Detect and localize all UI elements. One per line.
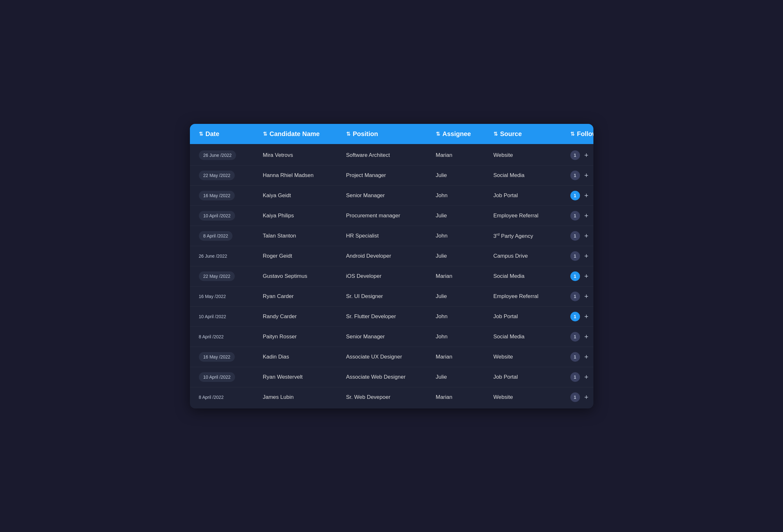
- followup-count-badge: 1: [570, 211, 580, 221]
- cell-candidate-name: Gustavo Septimus: [263, 273, 346, 279]
- cell-date: 22 May /2022: [199, 171, 263, 180]
- table-row: 16 May /2022Kaiya GeidtSenior ManagerJoh…: [190, 186, 593, 206]
- followup-add-button[interactable]: +: [585, 273, 589, 280]
- cell-position: Sr. UI Designer: [346, 293, 436, 300]
- cell-assignee: Julie: [436, 212, 494, 219]
- cell-candidate-name: Kaiya Philips: [263, 212, 346, 219]
- date-plain: 8 April /2022: [199, 395, 224, 400]
- cell-position: Procurement manager: [346, 212, 436, 219]
- cell-followup: 1+: [570, 332, 593, 341]
- followup-add-button[interactable]: +: [585, 333, 589, 340]
- date-badge: 16 May /2022: [199, 191, 235, 200]
- cell-candidate-name: Ryan Westervelt: [263, 374, 346, 380]
- followup-add-button[interactable]: +: [585, 313, 589, 320]
- cell-followup: 1+: [570, 211, 593, 221]
- date-plain: 26 June /2022: [199, 254, 227, 259]
- cell-position: Software Architect: [346, 152, 436, 159]
- cell-position: Sr. Flutter Developer: [346, 313, 436, 320]
- table-row: 8 April /2022Talan StantonHR SpecialistJ…: [190, 226, 593, 246]
- date-badge: 22 May /2022: [199, 271, 235, 281]
- table-row: 16 May /2022Kadin DiasAssociate UX Desig…: [190, 347, 593, 367]
- cell-date: 8 April /2022: [199, 231, 263, 241]
- cell-position: HR Specialist: [346, 233, 436, 239]
- cell-candidate-name: Ryan Carder: [263, 293, 346, 300]
- cell-candidate-name: Paityn Rosser: [263, 334, 346, 340]
- table-row: 10 April /2022Ryan WesterveltAssociate W…: [190, 367, 593, 387]
- followup-add-button[interactable]: +: [585, 394, 589, 401]
- cell-assignee: John: [436, 334, 494, 340]
- date-badge: 26 June /2022: [199, 151, 236, 160]
- cell-assignee: Julie: [436, 253, 494, 259]
- cell-source: Employee Referral: [494, 293, 570, 300]
- sort-icon-followup: [570, 131, 574, 137]
- date-plain: 16 May /2022: [199, 294, 226, 299]
- sort-icon-source: [494, 131, 498, 137]
- cell-date: 10 April /2022: [199, 372, 263, 382]
- cell-candidate-name: Talan Stanton: [263, 233, 346, 239]
- cell-date: 16 May /2022: [199, 293, 263, 300]
- header-date[interactable]: Date: [199, 130, 263, 138]
- cell-source: Website: [494, 354, 570, 360]
- followup-count-badge: 1: [570, 393, 580, 402]
- cell-source: Employee Referral: [494, 212, 570, 219]
- header-source[interactable]: Source: [494, 130, 570, 138]
- cell-followup: 1+: [570, 292, 593, 301]
- cell-date: 8 April /2022: [199, 334, 263, 340]
- cell-position: iOS Developer: [346, 273, 436, 279]
- cell-date: 10 April /2022: [199, 313, 263, 320]
- followup-count-badge: 1: [570, 231, 580, 241]
- cell-assignee: Marian: [436, 152, 494, 159]
- cell-assignee: Marian: [436, 394, 494, 400]
- table-row: 26 June /2022Roger GeidtAndroid Develope…: [190, 246, 593, 266]
- cell-assignee: John: [436, 313, 494, 320]
- cell-source: Website: [494, 152, 570, 159]
- cell-date: 8 April /2022: [199, 394, 263, 400]
- followup-add-button[interactable]: +: [585, 232, 589, 239]
- followup-add-button[interactable]: +: [585, 293, 589, 300]
- cell-followup: 1+: [570, 171, 593, 180]
- cell-assignee: Julie: [436, 172, 494, 178]
- table-row: 26 June /2022Mira VetrovsSoftware Archit…: [190, 145, 593, 165]
- cell-followup: 1+: [570, 352, 593, 362]
- cell-date: 26 June /2022: [199, 253, 263, 259]
- header-followup[interactable]: Follow up: [570, 130, 593, 138]
- cell-position: Sr. Web Devepoer: [346, 394, 436, 400]
- cell-followup: 1+: [570, 372, 593, 382]
- cell-source: Social Media: [494, 334, 570, 340]
- date-badge: 8 April /2022: [199, 231, 233, 241]
- header-candidate-name[interactable]: Candidate Name: [263, 130, 346, 138]
- cell-assignee: Julie: [436, 293, 494, 300]
- cell-candidate-name: Kadin Dias: [263, 354, 346, 360]
- followup-add-button[interactable]: +: [585, 354, 589, 360]
- cell-position: Senior Manager: [346, 334, 436, 340]
- cell-assignee: Julie: [436, 374, 494, 380]
- followup-add-button[interactable]: +: [585, 172, 589, 179]
- table-row: 8 April /2022Paityn RosserSenior Manager…: [190, 327, 593, 347]
- date-badge: 22 May /2022: [199, 171, 235, 180]
- followup-add-button[interactable]: +: [585, 253, 589, 260]
- cell-source: Job Portal: [494, 313, 570, 320]
- cell-date: 10 April /2022: [199, 211, 263, 221]
- header-assignee[interactable]: Assignee: [436, 130, 494, 138]
- cell-position: Associate Web Designer: [346, 374, 436, 380]
- followup-add-button[interactable]: +: [585, 152, 589, 159]
- date-plain: 10 April /2022: [199, 314, 226, 319]
- table-body: 26 June /2022Mira VetrovsSoftware Archit…: [190, 144, 593, 408]
- cell-date: 16 May /2022: [199, 191, 263, 200]
- header-position[interactable]: Position: [346, 130, 436, 138]
- cell-candidate-name: James Lubin: [263, 394, 346, 400]
- followup-count-badge: 1: [570, 191, 580, 200]
- table-row: 10 April /2022Randy CarderSr. Flutter De…: [190, 307, 593, 327]
- date-plain: 8 April /2022: [199, 334, 224, 339]
- cell-assignee: Marian: [436, 273, 494, 279]
- cell-assignee: John: [436, 192, 494, 199]
- table-row: 22 May /2022Gustavo SeptimusiOS Develope…: [190, 266, 593, 287]
- cell-source: Social Media: [494, 273, 570, 279]
- cell-position: Senior Manager: [346, 192, 436, 199]
- cell-followup: 1+: [570, 271, 593, 281]
- followup-add-button[interactable]: +: [585, 212, 589, 219]
- followup-add-button[interactable]: +: [585, 192, 589, 199]
- followup-count-badge: 1: [570, 151, 580, 160]
- followup-add-button[interactable]: +: [585, 373, 589, 380]
- cell-assignee: John: [436, 233, 494, 239]
